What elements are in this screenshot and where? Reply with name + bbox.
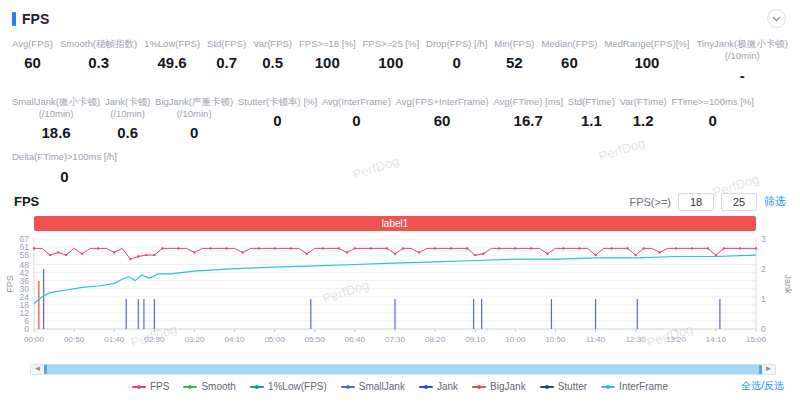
stat-label: Avg(FPS+InterFrame) [396, 96, 489, 108]
chart-banner: label1 [34, 216, 756, 231]
stat-label: FTime>=100ms [%] [671, 96, 754, 108]
svg-text:0: 0 [24, 324, 29, 334]
svg-text:09:10: 09:10 [465, 335, 486, 344]
legend-line-icon [419, 386, 433, 388]
svg-text:1: 1 [761, 294, 766, 304]
legend-line-icon [472, 386, 486, 388]
stat-cell: Avg(FPS)60 [12, 38, 53, 71]
legend-dot-icon [424, 385, 428, 389]
chart-horizontal-scrollbar[interactable]: ◄ ► [30, 364, 776, 375]
banner-label: label1 [382, 218, 409, 229]
stat-label: Std(FTime) [568, 96, 615, 108]
scroll-left-button[interactable]: ◄ [31, 365, 44, 374]
stat-value: 49.6 [144, 54, 200, 71]
stat-cell: Std(FPS)0.7 [207, 38, 246, 71]
stat-cell: Jank(卡顿)(/10min)0.6 [105, 96, 150, 142]
stat-value: 0 [155, 124, 233, 141]
svg-text:07:30: 07:30 [385, 335, 406, 344]
legend-item-interframe[interactable]: InterFrame [601, 381, 668, 392]
svg-text:Jank: Jank [783, 274, 793, 294]
svg-text:14:10: 14:10 [706, 335, 727, 344]
fps-threshold-input-low[interactable] [678, 193, 714, 211]
scrollbar-range[interactable] [44, 365, 762, 374]
stat-value: 0.3 [60, 54, 137, 71]
stat-value: 0.7 [207, 54, 246, 71]
stat-cell: Smooth(稳帧指数)0.3 [60, 38, 137, 71]
stat-label: 1%Low(FPS) [144, 38, 200, 50]
stat-cell: FPS>=18 [%]100 [299, 38, 356, 71]
stat-cell: Min(FPS)52 [494, 38, 534, 71]
legend-line-icon [601, 386, 615, 388]
svg-text:05:50: 05:50 [305, 335, 326, 344]
scroll-right-button[interactable]: ► [762, 365, 775, 374]
legend-label: InterFrame [619, 381, 668, 392]
stat-value: 0 [12, 168, 117, 185]
svg-text:05:00: 05:00 [265, 335, 286, 344]
stat-label: BigJank(严重卡顿) [155, 96, 233, 108]
stat-value: 0.6 [105, 124, 150, 141]
legend-dot-icon [188, 385, 192, 389]
legend-item-bigjank[interactable]: BigJank [472, 381, 526, 392]
legend-item-smalljank[interactable]: SmallJank [341, 381, 405, 392]
legend-item-smooth[interactable]: Smooth [183, 381, 235, 392]
panel-header: FPS [0, 0, 800, 30]
stat-value: 0 [238, 112, 317, 129]
stat-cell: Avg(FTime) [ms]16.7 [493, 96, 563, 129]
stats-row-1: Avg(FPS)60Smooth(稳帧指数)0.31%Low(FPS)49.6S… [0, 38, 800, 84]
legend-item-stutter[interactable]: Stutter [540, 381, 587, 392]
legend-line-icon [132, 386, 146, 388]
legend-dot-icon [255, 385, 259, 389]
stat-cell: Std(FTime)1.1 [568, 96, 615, 129]
collapse-panel-button[interactable] [767, 9, 786, 28]
fps-chart-canvas[interactable]: 6761554842363024181260321000:0000:5001:4… [6, 233, 794, 363]
fps-chart[interactable]: 6761554842363024181260321000:0000:5001:4… [6, 233, 800, 363]
fps-threshold-input-high[interactable] [721, 193, 757, 211]
stat-value: 1.2 [620, 112, 667, 129]
filter-link[interactable]: 筛选 [764, 194, 786, 209]
chart-legend: FPSSmooth1%Low(FPS)SmallJankJankBigJankS… [0, 379, 800, 395]
legend-item-jank[interactable]: Jank [419, 381, 458, 392]
svg-text:00:50: 00:50 [64, 335, 85, 344]
stat-label: Drop(FPS) [/h] [426, 38, 487, 50]
stat-label: Var(FTime) [620, 96, 667, 108]
stat-label: FPS>=25 [%] [363, 38, 420, 50]
svg-text:3: 3 [761, 234, 766, 244]
stat-value: 0 [671, 112, 754, 129]
stat-value: 60 [12, 54, 53, 71]
stat-label: Median(FPS) [541, 38, 597, 50]
legend-dot-icon [346, 385, 350, 389]
svg-text:08:20: 08:20 [425, 335, 446, 344]
stat-cell: Delta(FTime)>100ms [/h]0 [12, 151, 117, 184]
stat-label: SmallJank(微小卡顿) [12, 96, 100, 108]
chart-controls: FPS(>=) 筛选 [629, 193, 786, 211]
svg-text:00:00: 00:00 [24, 335, 45, 344]
stat-label: Std(FPS) [207, 38, 246, 50]
scrollbar-left-handle[interactable] [44, 365, 47, 374]
svg-text:13:20: 13:20 [666, 335, 687, 344]
stat-label: Smooth(稳帧指数) [60, 38, 137, 50]
stat-cell: FPS>=25 [%]100 [363, 38, 420, 71]
stats-row-3: Delta(FTime)>100ms [/h]0 [0, 151, 800, 184]
stat-value: 52 [494, 54, 534, 71]
legend-item-1-low-fps-[interactable]: 1%Low(FPS) [250, 381, 327, 392]
svg-text:11:40: 11:40 [586, 335, 606, 344]
stat-label: MedRange(FPS)[%] [604, 38, 689, 50]
stat-label: Stutter(卡顿率) [%] [238, 96, 317, 108]
title-accent-bar [12, 12, 16, 26]
legend-line-icon [540, 386, 554, 388]
legend-item-fps[interactable]: FPS [132, 381, 169, 392]
select-all-link[interactable]: 全选/反选 [741, 379, 784, 393]
stat-cell: 1%Low(FPS)49.6 [144, 38, 200, 71]
svg-text:02:30: 02:30 [144, 335, 165, 344]
scrollbar-right-handle[interactable] [759, 365, 762, 374]
svg-text:06:40: 06:40 [345, 335, 366, 344]
page-title: FPS [22, 11, 49, 27]
svg-text:01:40: 01:40 [104, 335, 125, 344]
chart-title: FPS [14, 194, 39, 209]
legend-dot-icon [477, 385, 481, 389]
stat-value: 1.1 [568, 112, 615, 129]
stat-label: Var(FPS) [253, 38, 292, 50]
stat-value: 100 [299, 54, 356, 71]
svg-text:FPS: FPS [6, 275, 15, 293]
stat-label: Avg(FPS) [12, 38, 53, 50]
